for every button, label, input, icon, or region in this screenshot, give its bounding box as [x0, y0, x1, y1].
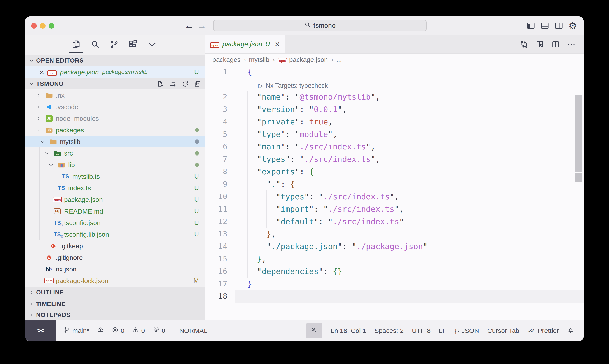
- line-number: 1: [205, 66, 235, 78]
- chev-down-icon: [147, 39, 157, 50]
- tree-item-mytslib[interactable]: mytslib: [25, 136, 205, 147]
- code-line-8[interactable]: 8 "exports": {: [205, 165, 584, 178]
- new-file-button[interactable]: [157, 80, 164, 87]
- more-actions-button[interactable]: [567, 40, 576, 49]
- code-line-3[interactable]: 3 "version": "0.0.1",: [205, 103, 584, 116]
- tree-item-index.ts[interactable]: TSindex.tsU: [25, 182, 205, 194]
- status-screencast-zoom[interactable]: [306, 323, 323, 338]
- tree-item-.nx[interactable]: .nx: [25, 90, 205, 101]
- status-warnings[interactable]: 0: [132, 326, 145, 335]
- minimize-window-button[interactable]: [40, 23, 46, 29]
- panel-outline[interactable]: OUTLINE: [25, 286, 205, 298]
- tree-item-mytslib.ts[interactable]: TSmytslib.tsU: [25, 171, 205, 182]
- toggle-panel-button[interactable]: [541, 21, 549, 30]
- open-editors-header[interactable]: OPEN EDITORS: [25, 55, 205, 66]
- activity-additional-views[interactable]: [147, 38, 157, 52]
- status-git-branch[interactable]: main*: [64, 326, 89, 335]
- open-editor-description: packages/mytslib: [102, 69, 147, 76]
- tree-item-label: index.ts: [68, 184, 91, 192]
- indent-guide: [247, 178, 248, 190]
- collapse-folders-button[interactable]: [194, 80, 201, 87]
- cloud-up-icon: [97, 326, 104, 335]
- code-line-4[interactable]: 4 "private": true,: [205, 116, 584, 128]
- tree-item-src[interactable]: </>src: [25, 147, 205, 159]
- status-forwarded-ports[interactable]: 0: [153, 326, 165, 335]
- nav-forward-button[interactable]: →: [197, 16, 206, 35]
- tree-item-nx.json[interactable]: Nxnx.json: [25, 263, 205, 275]
- tab-package-json[interactable]: npm package.json U ×: [205, 35, 285, 53]
- activity-explorer[interactable]: [71, 38, 81, 52]
- panel-notepads[interactable]: NOTEPADS: [25, 310, 205, 320]
- code-line-7[interactable]: 7 "types": "./src/index.ts",: [205, 153, 584, 165]
- code-line-14[interactable]: 14 "./package.json": "./package.json": [205, 240, 584, 253]
- status-errors[interactable]: 0: [112, 326, 124, 335]
- status-cursor-position[interactable]: Ln 18, Col 1: [331, 327, 366, 335]
- activity-source-control[interactable]: [109, 38, 119, 52]
- toggle-secondary-sidebar-button[interactable]: [555, 21, 563, 30]
- status-language-mode[interactable]: {}JSON: [455, 327, 479, 335]
- open-editor-item[interactable]: × npm package.json packages/mytslib U: [25, 66, 205, 78]
- code-line-15[interactable]: 15 },: [205, 253, 584, 265]
- explorer-header[interactable]: TSMONO: [25, 78, 205, 90]
- status-encoding[interactable]: UTF-8: [412, 327, 430, 335]
- chevron-right-icon: [29, 290, 34, 295]
- tree-item-lib[interactable]: lib: [25, 159, 205, 171]
- close-tab-icon[interactable]: ×: [275, 40, 280, 48]
- git-icon: [44, 254, 54, 261]
- code-line-9[interactable]: 9 ".": {: [205, 178, 584, 190]
- code-line-16[interactable]: 16 "dependencies": {}: [205, 265, 584, 278]
- tree-item-package.json[interactable]: npmpackage.jsonU: [25, 194, 205, 205]
- code-line-11[interactable]: 11 "import": "./src/index.ts",: [205, 203, 584, 215]
- indent-guide: [247, 91, 248, 103]
- md-icon: M↓: [53, 208, 62, 214]
- tree-item-packages[interactable]: packages: [25, 124, 205, 136]
- tree-item-.vscode[interactable]: .vscode: [25, 101, 205, 113]
- code-line-5[interactable]: 5 "type": "module",: [205, 128, 584, 141]
- close-editor-icon[interactable]: ×: [39, 68, 44, 76]
- tree-item-node_modules[interactable]: JSnode_modules: [25, 113, 205, 124]
- status-notifications[interactable]: [567, 326, 574, 335]
- breadcrumb-item[interactable]: ...: [336, 56, 342, 64]
- activity-extensions[interactable]: [128, 38, 138, 52]
- zoom-window-button[interactable]: [49, 23, 54, 29]
- nav-back-button[interactable]: ←: [184, 16, 194, 35]
- open-preview-button[interactable]: [535, 40, 544, 49]
- split-editor-button[interactable]: [551, 40, 560, 49]
- code-line-6[interactable]: 6 "main": "./src/index.ts",: [205, 141, 584, 153]
- code-line-18[interactable]: 18: [205, 290, 584, 302]
- settings-button[interactable]: ⚙: [569, 21, 577, 31]
- breadcrumb-item[interactable]: npmpackage.json: [278, 56, 328, 64]
- breadcrumb-item[interactable]: mytslib: [249, 56, 269, 64]
- status-formatter-prettier[interactable]: ✓✓Prettier: [528, 327, 559, 335]
- refresh-explorer-button[interactable]: [182, 80, 189, 87]
- open-changes-button[interactable]: [520, 40, 529, 49]
- code-line-2[interactable]: 2 "name": "@tsmono/mytslib",: [205, 91, 584, 103]
- code-line-13[interactable]: 13 },: [205, 228, 584, 240]
- tree-item-.gitignore[interactable]: .gitignore: [25, 252, 205, 263]
- breadcrumb-item[interactable]: packages: [212, 56, 240, 64]
- code-line-10[interactable]: 10 "types": "./src/index.ts",: [205, 190, 584, 203]
- command-center-search[interactable]: tsmono: [213, 20, 427, 31]
- panel-timeline[interactable]: TIMELINE: [25, 298, 205, 310]
- tree-item-.gitkeep[interactable]: .gitkeep: [25, 240, 205, 252]
- code-line-17[interactable]: 17}: [205, 278, 584, 290]
- status-vim-mode[interactable]: -- NORMAL --: [173, 327, 213, 335]
- new-folder-button[interactable]: [169, 80, 176, 87]
- tree-item-tsconfig.json[interactable]: TS⚙tsconfig.jsonU: [25, 217, 205, 229]
- indent-guide: [247, 253, 248, 265]
- toggle-primary-sidebar-button[interactable]: [527, 21, 535, 30]
- close-window-button[interactable]: [31, 23, 37, 29]
- status-cursor-tab[interactable]: Cursor Tab: [487, 327, 519, 335]
- codelens-nx-targets[interactable]: ▷Nx Targets: typecheck: [205, 78, 584, 91]
- tree-item-package-lock.json[interactable]: npmpackage-lock.jsonM: [25, 275, 205, 286]
- tree-item-tsconfig.lib.json[interactable]: TS⚙tsconfig.lib.jsonU: [25, 229, 205, 240]
- status-publish-changes[interactable]: [97, 326, 104, 335]
- code-line-12[interactable]: 12 "default": "./src/index.ts": [205, 215, 584, 228]
- code-line-1[interactable]: 1{: [205, 66, 584, 78]
- scrollbar[interactable]: [575, 95, 582, 172]
- status-indentation[interactable]: Spaces: 2: [375, 327, 404, 335]
- status-end-of-line[interactable]: LF: [439, 327, 446, 335]
- activity-search[interactable]: [90, 38, 100, 52]
- status-remote-indicator[interactable]: ><: [25, 320, 56, 341]
- tree-item-README.md[interactable]: M↓README.mdU: [25, 205, 205, 217]
